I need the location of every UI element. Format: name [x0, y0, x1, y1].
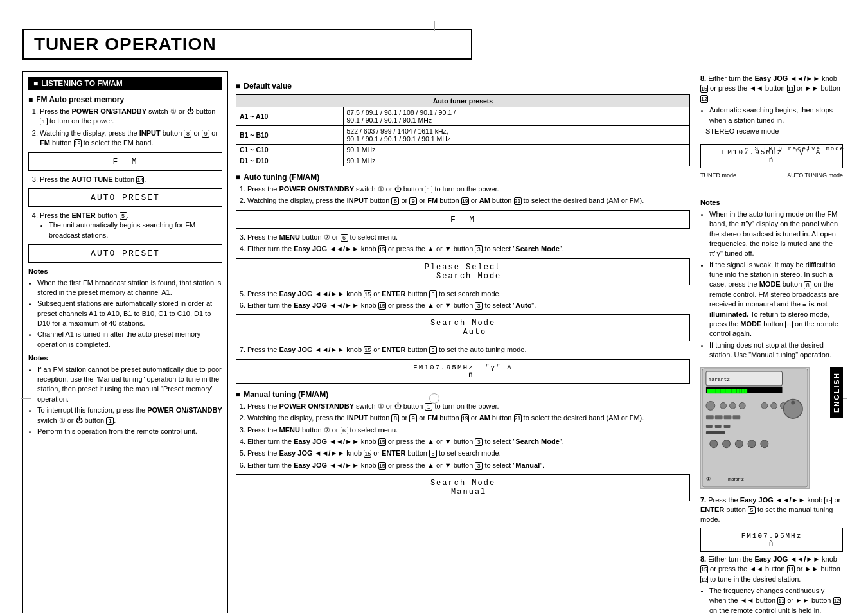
listening-header: LISTENING TO FM/AM [28, 77, 222, 90]
svg-text:marantz: marantz [728, 477, 744, 481]
auto-step-2: Watching the display, press the INPUT bu… [247, 196, 690, 206]
lcd-manual-freq-display: FM107.95MHzñ [700, 528, 843, 552]
notes-2: Notes If an FM station cannot be preset … [28, 353, 222, 436]
step-4-note: The unit automatically begins searching … [49, 220, 222, 240]
svg-point-24 [735, 440, 743, 447]
display-freq-auto: FM107.95MHz "γ" A ñ [236, 359, 690, 384]
step-1: Press the POWER ON/STANDBY switch ① or ⏻… [40, 107, 222, 127]
svg-point-7 [729, 402, 736, 409]
step-3: Press the AUTO TUNE button 14. [40, 175, 222, 184]
fm-auto-preset-steps-2: Press the AUTO TUNE button 14. [28, 175, 222, 184]
auto-step-3: Press the MENU button ⑦ or 6 to select m… [247, 233, 690, 242]
lcd-freq-display: FM107.95MHz "γ" Añ ← STEREO receive mode [700, 144, 843, 168]
tuned-mode-label: TUNED mode [700, 172, 736, 179]
auto-step-1: Press the POWER ON/STANDBY switch ① or ⏻… [247, 184, 690, 194]
display-search-mode-manual: Search Mode Manual [236, 474, 690, 501]
svg-text:①: ① [706, 476, 711, 482]
main-layout: LISTENING TO FM/AM FM Auto preset memory… [22, 71, 846, 613]
default-value-header: Default value [236, 82, 690, 91]
left-column: LISTENING TO FM/AM FM Auto preset memory… [22, 71, 228, 613]
preset-table: Auto tuner presets A1 ~ A10 87.5 / 89.1 … [236, 94, 690, 166]
manual-step-2: Watching the display, press the INPUT bu… [247, 413, 690, 423]
display-fm-1: F M [28, 152, 222, 171]
svg-rect-21 [706, 431, 725, 434]
value-a1a10: 87.5 / 89.1 / 98.1 / 108 / 90.1 / 90.1 /… [343, 107, 689, 126]
auto-tuning-header: Auto tuning (FM/AM) [236, 173, 690, 182]
stereo-label: ← STEREO receive mode [745, 146, 845, 152]
table-row: A1 ~ A10 87.5 / 89.1 / 98.1 / 108 / 90.1… [236, 107, 690, 126]
display-auto-preset-2: AUTO PRESET [28, 244, 222, 263]
manual-tuning-steps: Press the POWER ON/STANDBY switch ① or ⏻… [236, 402, 690, 470]
note-2: Subsequent stations are automatically st… [37, 299, 222, 328]
page-title-box: TUNER OPERATION [22, 29, 472, 60]
english-tab: ENGLISH [830, 367, 843, 418]
svg-point-10 [771, 402, 777, 409]
auto-tuning-mode-label: AUTO TUNING mode [787, 172, 843, 179]
crosshair-left [21, 398, 31, 399]
mid-column: Default value Auto tuner presets A1 ~ A1… [233, 71, 693, 613]
table-row: D1 ~ D10 90.1 MHz [236, 155, 690, 166]
fm-auto-preset-steps: Press the POWER ON/STANDBY switch ① or ⏻… [28, 107, 222, 148]
svg-rect-19 [715, 425, 722, 428]
value-c1c10: 90.1 MHz [343, 145, 689, 155]
svg-point-9 [761, 402, 768, 409]
svg-rect-12 [706, 415, 714, 419]
right-column: 8. Either turn the Easy JOG ◄◄/►► knob 1… [698, 71, 846, 613]
right-note-2: If the signal is weak, it may be difficu… [709, 260, 843, 339]
right-step7-manual: 7. Press the Easy JOG ◄◄/►► knob 15 or E… [700, 495, 843, 525]
manual-step-3: Press the MENU button ⑦ or 6 to select m… [247, 425, 690, 435]
auto-tuning-steps: Press the POWER ON/STANDBY switch ① or ⏻… [236, 184, 690, 206]
auto-step-6: Either turn the Easy JOG ◄◄/►► knob 15 o… [247, 301, 690, 310]
svg-point-8 [739, 402, 745, 409]
note-5: To interrupt this function, press the PO… [37, 405, 222, 425]
notes-1: Notes When the first FM broadcast statio… [28, 267, 222, 350]
fm-auto-preset-steps-3: Press the ENTER button 5. The unit autom… [28, 211, 222, 240]
step8-manual-note: The frequency changes continuously when … [709, 586, 843, 613]
right-step8-manual: 8. Either turn the Easy JOG ◄◄/►► knob 1… [700, 555, 843, 613]
svg-rect-20 [724, 425, 731, 428]
auto-step-5: Press the Easy JOG ◄◄/►► knob 15 or ENTE… [247, 289, 690, 299]
auto-tuning-steps-3: Press the Easy JOG ◄◄/►► knob 15 or ENTE… [236, 289, 690, 311]
auto-tuning-steps-2: Press the MENU button ⑦ or 6 to select m… [236, 233, 690, 254]
svg-point-26 [761, 440, 768, 447]
auto-step-4: Either turn the Easy JOG ◄◄/►► knob 15 o… [247, 244, 690, 254]
value-d1d10: 90.1 MHz [343, 155, 689, 166]
page-title: TUNER OPERATION [34, 34, 461, 55]
range-a1a10: A1 ~ A10 [236, 107, 344, 126]
table-header: Auto tuner presets [236, 95, 690, 107]
value-b1b10: 522 / 603 / 999 / 1404 / 1611 kHz,90.1 /… [343, 126, 689, 145]
lcd-display-diagram: FM107.95MHz "γ" Añ ← STEREO receive mode… [700, 140, 843, 179]
svg-point-23 [723, 440, 731, 447]
svg-text:███████████████: ███████████████ [707, 388, 748, 393]
right-step8-auto: 8. Either turn the Easy JOG ◄◄/►► knob 1… [700, 74, 843, 136]
display-fm-auto: F M [236, 210, 690, 229]
note-3: Channel A1 is tuned in after the auto pr… [37, 330, 222, 350]
step-4: Press the ENTER button 5. The unit autom… [40, 211, 222, 240]
note-4: If an FM station cannot be preset automa… [37, 365, 222, 405]
note-6: Perform this operation from the remote c… [37, 427, 222, 436]
crosshair-center [429, 393, 439, 404]
range-d1d10: D1 ~ D10 [236, 155, 344, 166]
right-notes: Notes When in the auto tuning mode on th… [700, 198, 843, 360]
manual-step-4: Either turn the Easy JOG ◄◄/►► knob 15 o… [247, 437, 690, 447]
display-auto: Search Mode Auto [236, 314, 690, 341]
svg-point-22 [710, 440, 718, 447]
range-c1c10: C1 ~ C10 [236, 145, 344, 155]
table-row: C1 ~ C10 90.1 MHz [236, 145, 690, 155]
right-note-1: When in the auto tuning mode on the FM b… [709, 209, 843, 259]
right-device-area: marantz ███████████████ [700, 367, 843, 490]
svg-rect-13 [715, 415, 723, 419]
device-front-panel: marantz ███████████████ [700, 367, 810, 489]
manual-step-1: Press the POWER ON/STANDBY switch ① or ⏻… [247, 402, 690, 411]
auto-step-7: Press the Easy JOG ◄◄/►► knob 15 or ENTE… [247, 345, 690, 355]
svg-point-17 [791, 400, 795, 404]
note-1: When the first FM broadcast station is f… [37, 278, 222, 298]
fm-auto-preset-header: FM Auto preset memory [28, 95, 222, 104]
auto-tuning-steps-4: Press the Easy JOG ◄◄/►► knob 15 or ENTE… [236, 345, 690, 355]
svg-point-5 [706, 401, 715, 410]
manual-step-6: Either turn the Easy JOG ◄◄/►► knob 15 o… [247, 461, 690, 470]
manual-tuning-header: Manual tuning (FM/AM) [236, 390, 690, 399]
svg-point-25 [748, 440, 756, 447]
display-search-mode: Please Select Search Mode [236, 258, 690, 285]
range-b1b10: B1 ~ B10 [236, 126, 344, 145]
